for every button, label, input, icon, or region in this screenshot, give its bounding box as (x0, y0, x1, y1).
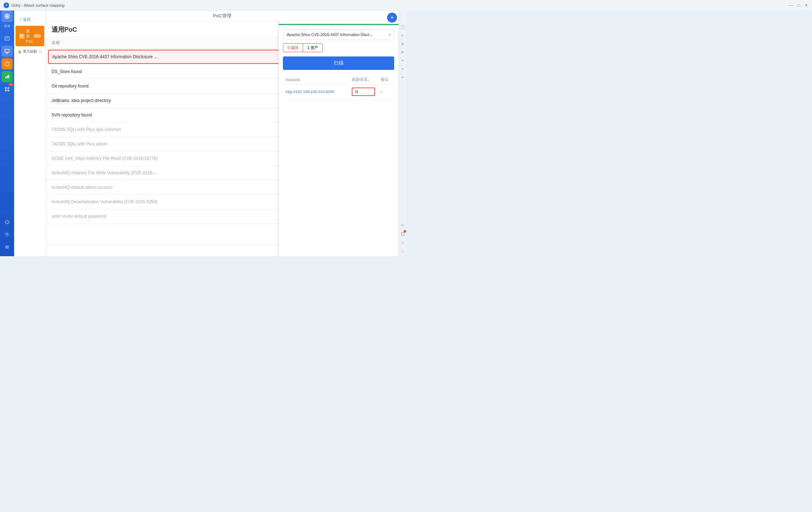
scan-button[interactable]: 扫描 (283, 56, 394, 70)
edge-icon-ip[interactable]: IP (400, 49, 405, 55)
edge-icon-screen[interactable]: 🖥 (400, 41, 405, 47)
back-icon: 《 (18, 17, 22, 22)
nav-item-label-brute: 暴力破解 (23, 49, 37, 54)
nav-item-label-poc: 通用PoC (26, 29, 33, 43)
sidebar-badge: 3 (8, 83, 13, 86)
svg-text:!: ! (7, 62, 8, 66)
scan-results-table: Hostinfo 风险情况 ↓ 验证 http: (283, 75, 394, 99)
edge-icon-list[interactable]: ≡ (400, 32, 405, 38)
edge-icon-warning[interactable]: △ (400, 248, 405, 253)
nav-sub-left: 🔒 暴力破解 (18, 49, 37, 54)
right-panel-body: Apache Shiro CVE-2016-4437 Information D… (279, 25, 398, 256)
sidebar-icon-poc[interactable]: ! (1, 58, 13, 70)
nav-item-left: 章 通用PoC (19, 29, 33, 43)
svg-marker-21 (402, 60, 404, 61)
left-sidebar: ✦ 登录 ! 3 (0, 0, 14, 256)
stats-tab-asset-label: 1 资产 (307, 46, 318, 50)
right-edge-panel: 🕐 ≡ 🖥 IP ⟳ 📋 ◁ △ (398, 21, 406, 256)
svg-rect-13 (5, 87, 7, 89)
svg-rect-11 (7, 76, 8, 78)
table-row: http://192.168.100.216:8080 N - (283, 85, 394, 99)
col-verify: 验证 (378, 75, 394, 85)
plus-button[interactable]: + (387, 13, 397, 23)
sidebar-icon-monitor[interactable] (1, 46, 13, 57)
sidebar-bottom (1, 216, 13, 253)
svg-rect-12 (8, 75, 9, 78)
cell-verify: - (378, 85, 394, 99)
sidebar-icon-power[interactable] (1, 216, 13, 227)
edge-icon-expand1[interactable] (400, 58, 405, 64)
back-button[interactable]: 《 返回 (14, 14, 46, 25)
edge-icon-doc[interactable]: 📋 (400, 231, 405, 236)
svg-rect-10 (5, 77, 6, 78)
nav-item-brute[interactable]: 🔒 暴力破解 10 (14, 47, 46, 56)
app-logo (4, 2, 9, 8)
risk-sort-icon[interactable]: ↓ (368, 78, 370, 82)
edge-icon-clock[interactable]: 🕐 (400, 24, 405, 30)
risk-header: 风险情况 ↓ (352, 77, 375, 82)
edge-icon-refresh[interactable]: ⟳ (400, 222, 405, 228)
secondary-sidebar: 《 返回 章 通用PoC 301 🔒 暴力破解 10 (14, 11, 46, 256)
poc-select-box[interactable]: Apache Shiro CVE-2016-4437 Information D… (283, 29, 394, 40)
edge-icon-expand2[interactable] (400, 66, 405, 72)
back-label: 返回 (23, 17, 31, 22)
stats-tab-asset[interactable]: 1 资产 (303, 44, 322, 52)
col-hostinfo: Hostinfo (283, 75, 349, 85)
poc-select-wrapper: Apache Shiro CVE-2016-4437 Information D… (283, 29, 394, 40)
sidebar-logo: ✦ (1, 11, 13, 22)
risk-cell-value: N (352, 88, 375, 96)
main-content: PoC管理 🕐 ≡ 🖥 IP ⟳ 📋 ◁ △ (14, 11, 406, 256)
right-panel-vuln-scan: 漏洞单扫 ✕ Apache Shiro CVE-2016-4437 Inform… (278, 11, 398, 256)
svg-rect-16 (7, 90, 9, 91)
col-risk: 风险情况 ↓ (349, 75, 378, 85)
edge-icon-arrow-left[interactable]: ◁ (400, 239, 405, 245)
sidebar-login[interactable]: 登录 (4, 24, 10, 29)
nav-badge-poc: 301 (33, 34, 41, 38)
svg-point-17 (6, 234, 8, 235)
edge-icon-expand3[interactable] (400, 75, 405, 80)
sidebar-icon-puzzle[interactable]: 3 (1, 84, 13, 95)
titlebar: Goby - Attack surface mapping — □ ✕ (0, 0, 406, 11)
poc-col-name: 名称 (52, 40, 60, 45)
sidebar-icon-settings[interactable] (1, 229, 13, 240)
cell-host[interactable]: http://192.168.100.216:8080 (283, 85, 349, 99)
lock-icon: 🔒 (18, 50, 22, 53)
svg-rect-15 (5, 90, 7, 91)
app-title: Goby - Attack surface mapping (11, 3, 406, 7)
poc-title: 通用PoC (52, 26, 77, 33)
poc-select-value: Apache Shiro CVE-2016-4437 Information D… (287, 32, 374, 37)
svg-rect-2 (5, 37, 9, 40)
svg-marker-22 (402, 68, 404, 70)
nav-item-icon-poc: 章 (19, 34, 24, 39)
svg-marker-23 (402, 77, 404, 78)
risk-header-label: 风险情况 (352, 77, 367, 82)
nav-badge-brute: 10 (38, 50, 42, 53)
svg-rect-14 (7, 87, 9, 89)
sidebar-icon-menu[interactable] (1, 241, 13, 253)
poc-management-title: PoC管理 (213, 13, 231, 19)
stats-tab-vuln[interactable]: 0 漏洞 (283, 44, 303, 52)
sidebar-icon-chart[interactable] (1, 71, 13, 82)
cell-risk: N (349, 85, 378, 99)
stats-tabs: 0 漏洞 1 资产 (283, 43, 323, 52)
top-center-bar: PoC管理 (46, 11, 398, 21)
svg-rect-5 (5, 49, 9, 52)
svg-text:✦: ✦ (6, 14, 8, 18)
stats-tab-vuln-label: 0 漏洞 (288, 46, 298, 50)
nav-item-general-poc[interactable]: 章 通用PoC 301 (16, 26, 44, 46)
sidebar-icon-note[interactable] (1, 33, 13, 44)
